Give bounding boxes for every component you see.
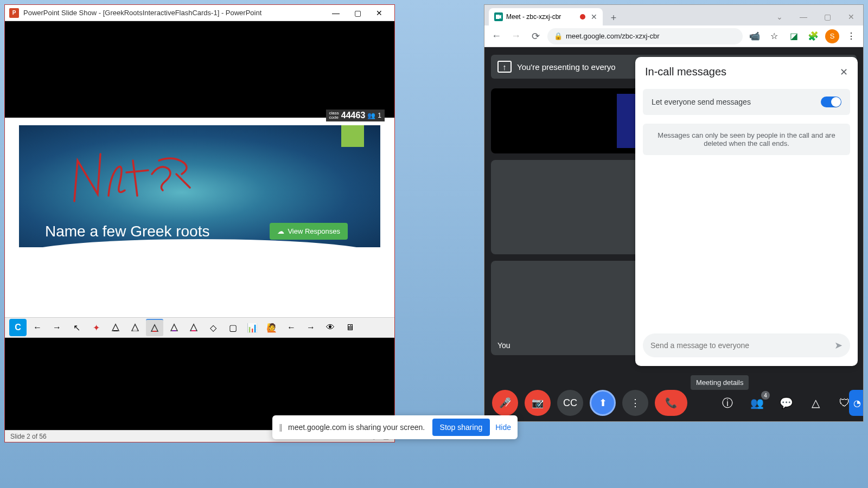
- maximize-button[interactable]: ▢: [347, 5, 368, 21]
- slide-heading: Name a few Greek roots: [45, 223, 209, 240]
- present-icon: ↑: [497, 61, 512, 73]
- chrome-menu-button[interactable]: ⋮: [844, 29, 859, 44]
- pen-white[interactable]: [126, 319, 144, 336]
- pointer-tool[interactable]: ↖: [68, 319, 85, 336]
- ppt-window-title: PowerPoint Slide Show - [GreekRootsInter…: [23, 9, 325, 17]
- lock-icon: 🔒: [554, 32, 563, 40]
- meet-favicon: [494, 12, 503, 21]
- class-code-value: 44463: [341, 111, 366, 120]
- host-controls-button[interactable]: ◔: [849, 390, 863, 416]
- pen-red[interactable]: [146, 319, 163, 336]
- meet-main: ↑ You're presenting to everyo C INKHOEEd…: [484, 47, 863, 421]
- ppt-titlebar: P PowerPoint Slide Show - [GreekRootsInt…: [5, 5, 394, 21]
- tooltip-meeting-details: Meeting details: [691, 375, 749, 390]
- classpoint-toolbar: C ← → ↖ ✦ ◇ ▢ 📊 🙋 ← → 👁 🖥: [5, 317, 394, 338]
- camera-button[interactable]: 📷̷: [525, 390, 551, 416]
- hide-button[interactable]: Hide: [495, 423, 511, 432]
- profile-avatar[interactable]: S: [825, 29, 839, 43]
- next-slide-button[interactable]: →: [48, 319, 66, 336]
- chrome-minimize-button[interactable]: —: [792, 8, 815, 25]
- pen-pink[interactable]: [185, 319, 202, 336]
- class-code-badge: class code 44463 👥 1: [326, 110, 385, 121]
- pause-icon: ‖: [279, 423, 283, 432]
- tab-title: Meet - zbc-xzxj-cbr: [506, 13, 561, 21]
- more-options-button[interactable]: ⋮: [622, 390, 648, 416]
- share-text: meet.google.com is sharing your screen.: [288, 423, 425, 432]
- participants-button[interactable]: 👥4: [746, 392, 768, 414]
- captions-button[interactable]: CC: [557, 390, 583, 416]
- close-button[interactable]: ✕: [368, 5, 390, 21]
- ink-annotation-notes: [68, 144, 193, 204]
- messages-toggle-row: Let everyone send messages: [643, 89, 850, 115]
- chat-button[interactable]: 💬: [775, 392, 797, 414]
- meet-controls: 🎤̷ 📷̷ CC ⬆ ⋮ 📞 ⓘ 👥4 💬 △ 🛡 Meeting detail…: [484, 384, 863, 421]
- reload-button[interactable]: ⟳: [528, 29, 543, 44]
- forward-button[interactable]: →: [508, 29, 524, 44]
- hangup-button[interactable]: 📞: [655, 390, 687, 416]
- green-tab: [341, 125, 364, 147]
- stop-sharing-button[interactable]: Stop sharing: [432, 419, 490, 436]
- chat-close-button[interactable]: ✕: [840, 66, 848, 78]
- hide-tool[interactable]: 👁: [322, 319, 339, 336]
- powerpoint-icon: P: [9, 8, 19, 18]
- messages-toggle[interactable]: [821, 97, 841, 107]
- arrow-right-tool[interactable]: →: [302, 319, 320, 336]
- extensions-menu-icon[interactable]: 🧩: [806, 29, 821, 44]
- meeting-details-button[interactable]: ⓘ: [717, 392, 738, 414]
- pick-name-tool[interactable]: 🙋: [263, 319, 280, 336]
- chrome-maximize-button[interactable]: ▢: [815, 8, 839, 25]
- extension-icon[interactable]: ◪: [786, 29, 801, 44]
- activities-button[interactable]: △: [805, 392, 826, 414]
- chat-input[interactable]: [650, 341, 834, 350]
- chat-input-container: ➤: [643, 333, 850, 357]
- browser-tab[interactable]: Meet - zbc-xzxj-cbr ✕: [489, 8, 603, 25]
- svg-rect-1: [133, 330, 137, 331]
- address-bar[interactable]: 🔒 meet.google.com/zbc-xzxj-cbr: [547, 28, 743, 44]
- chrome-toolbar: ← → ⟳ 🔒 meet.google.com/zbc-xzxj-cbr 📹 ☆…: [484, 25, 863, 47]
- slide-counter: Slide 2 of 56: [10, 433, 47, 440]
- poll-tool[interactable]: 📊: [244, 319, 261, 336]
- powerpoint-window: P PowerPoint Slide Show - [GreekRootsInt…: [4, 4, 395, 442]
- ppt-letterbox-top: [5, 21, 394, 118]
- presenting-text: You're presenting to everyo: [517, 62, 616, 72]
- classpoint-app-icon[interactable]: C: [9, 319, 27, 336]
- participants-icon: 👥: [367, 112, 375, 119]
- participants-count: 1: [378, 112, 381, 119]
- pen-purple[interactable]: [165, 319, 183, 336]
- back-button[interactable]: ←: [489, 29, 504, 44]
- chrome-close-button[interactable]: ✕: [839, 8, 863, 25]
- whiteboard-tool[interactable]: ▢: [224, 319, 241, 336]
- screenshare-bar: ‖ meet.google.com is sharing your screen…: [272, 415, 518, 439]
- url-text: meet.google.com/zbc-xzxj-cbr: [566, 32, 660, 40]
- pen-black[interactable]: [107, 319, 124, 336]
- new-tab-button[interactable]: +: [606, 10, 621, 25]
- svg-rect-5: [496, 15, 500, 19]
- tab-search-button[interactable]: ⌄: [768, 8, 792, 25]
- send-icon[interactable]: ➤: [834, 339, 843, 351]
- display-tool[interactable]: 🖥: [341, 319, 359, 336]
- laser-tool[interactable]: ✦: [87, 319, 105, 336]
- view-responses-button[interactable]: ☁ View Responses: [270, 223, 348, 240]
- mic-button[interactable]: 🎤̷: [492, 390, 518, 416]
- svg-rect-0: [113, 330, 118, 331]
- tab-close-button[interactable]: ✕: [591, 12, 597, 21]
- minimize-button[interactable]: —: [325, 5, 347, 21]
- view-responses-label: View Responses: [288, 227, 340, 235]
- chat-panel: In-call messages ✕ Let everyone send mes…: [635, 57, 858, 366]
- present-button[interactable]: ⬆: [590, 390, 616, 416]
- chrome-tabstrip: Meet - zbc-xzxj-cbr ✕ + ⌄ — ▢ ✕: [484, 5, 863, 25]
- svg-rect-3: [172, 330, 176, 331]
- eraser-tool[interactable]: ◇: [205, 319, 222, 336]
- svg-rect-2: [152, 331, 157, 332]
- chat-info-text: Messages can only be seen by people in t…: [643, 124, 850, 155]
- participants-badge: 4: [761, 391, 770, 400]
- slide: Name a few Greek roots ☁ View Responses: [19, 125, 380, 310]
- ppt-slide-area[interactable]: class code 44463 👥 1 Name a few Greek ro…: [5, 118, 394, 317]
- camera-icon[interactable]: 📹: [747, 29, 762, 44]
- chat-header: In-call messages ✕: [635, 57, 858, 84]
- prev-slide-button[interactable]: ←: [29, 319, 46, 336]
- recording-indicator-icon: [580, 14, 585, 20]
- star-icon[interactable]: ☆: [767, 29, 782, 44]
- arrow-left-tool[interactable]: ←: [283, 319, 300, 336]
- cloud-icon: ☁: [277, 227, 284, 235]
